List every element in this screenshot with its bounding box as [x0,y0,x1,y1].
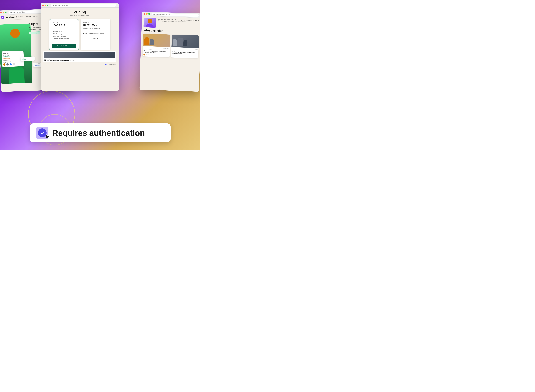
dot-6 [52,41,52,42]
dot-r2 [83,31,84,31]
person-head [10,29,20,38]
avatar-add[interactable]: + [13,63,15,65]
auth-text: Requires authentication [52,129,145,137]
feature-3: Unlimited storage space [52,33,76,35]
time-mgmt-title: Mastering time management: Tips and stra… [44,60,115,61]
browser-chrome-middle: teamsync-stark.webflow.io [41,3,119,8]
dot-yellow-r [146,13,147,14]
meeting-person-2 [177,37,183,46]
pricing-card-left: Enterprise Reach out Limited to 10 teamm… [49,19,79,50]
person-image-right [143,18,156,28]
article-card-meetings: Meetings March Maximizing Productivity: … [171,35,199,58]
logo-text: TeamSync [4,16,14,19]
nav-enterprise[interactable]: Enterprise [24,16,31,17]
browser-content-right: Stay organized and on track with powerfu… [139,16,200,92]
latest-articles-title-span: latest articles [143,28,163,33]
latest-articles-title: latest articles [143,28,199,34]
webflow-text: Made in Webflow [108,64,116,65]
articles-header-text: Stay organized and on track with powerfu… [158,18,200,28]
article-image-collab [143,34,170,47]
dot-5 [52,38,52,39]
try-teamsync-button[interactable]: Try TeamSync [29,31,40,34]
task-board-title: Leadership Demo [3,52,22,54]
auth-card: Requires authentication [30,123,170,142]
browser-window-right: teamsync-stark.webflow.io Stay organized… [139,12,200,92]
article-category-meetings: Meetings [172,49,177,51]
author-avatar-collab [143,54,145,56]
article-card-collab: Collaboration Feb 10, 2023 The Power of … [142,34,170,57]
review-tag: ⟳ Review [35,65,40,66]
card-left-label: Enterprise [52,22,76,23]
meetings-illustration [171,35,199,48]
pricing-cards: Enterprise Reach out Limited to 10 teamm… [43,19,116,50]
article-category-collab: Collaboration [144,48,152,50]
tag-todo: ⏱ To be done [3,58,10,59]
browser-content-middle: Pricing fits all of your needs and more.… [41,8,119,91]
avatar-row: + [3,63,23,66]
article-body-meetings: Meetings March Maximizing Productivity: … [171,47,199,56]
url-text-middle: teamsync-stark.webflow.io [52,5,68,6]
card-right-label: Enterprise [83,21,108,23]
webflow-badge: Made in Webflow [43,64,116,65]
webflow-icon [105,64,107,65]
screenshots-area: teamsync-stark.webflow.io TeamSync Resou… [0,0,200,116]
reachout-button[interactable]: Reach out [83,37,108,40]
person-avatar [147,19,152,23]
feature-r2: Premium support [83,30,108,32]
access-analytics-text: Access to advanced analytics [53,38,69,40]
person-body-right [146,23,154,28]
url-text-right: teamsync-stark.webflow.io [153,13,170,15]
time-mgmt-card: Jun 22, 2023 Mastering time management: … [43,51,116,62]
cursor-shape [45,134,50,140]
article-date-meetings: March [195,49,198,50]
nav-features[interactable]: Features [33,15,38,17]
feature-4: Customized integrations [52,36,76,37]
subscribe-button[interactable]: Subscribe for $20/month [52,44,76,47]
feature-5: Access to advanced analytics [52,38,76,40]
person-body [8,64,24,84]
browser-url-middle: teamsync-stark.webflow.io [51,4,116,7]
article-image-meetings [171,35,199,48]
dot-green-m [47,5,48,6]
pricing-subtitle: fits all of your needs and more. [43,15,116,17]
dot-4 [52,36,52,37]
tag-ideas-qa: Ideas and QA [3,56,10,57]
url-text-left: teamsync-stark.webflow.io [10,11,26,13]
dot-3 [52,34,52,34]
pricing-title: Pricing [43,10,116,14]
dot-r3 [83,33,84,34]
article-author-collab: Rita Verna [143,54,169,56]
dot-1 [52,29,52,29]
browser-url-right: teamsync-stark.webflow.io [152,13,199,17]
meeting-person-1 [173,39,177,46]
check-icon [40,130,45,135]
avatar-1 [3,63,5,66]
dot-yellow [3,12,4,13]
nav-resources[interactable]: Resources [16,16,23,18]
article-title-meetings: Maximizing Productivity: How to Make You… [172,51,197,55]
card-left-title: Reach out [52,23,76,27]
feature-6: Access to beta features [52,40,76,42]
dot-green-r [148,13,150,14]
project-briefing-card: Project Briefing ✓ Done [20,56,35,61]
author-name-collab: Rita Verna [146,54,150,55]
dot-r1 [83,28,84,29]
feature-r1: Access to all of Pro features [83,28,108,29]
article-title-collab: The Power of Collaboration: Why Working … [144,50,169,54]
dot-red-m [42,5,44,6]
dot-2 [52,31,52,32]
time-mgmt-image [44,52,115,58]
feature-r3: Access to early bird feature releases [83,33,108,34]
dot-red-r [144,13,145,14]
person-1 [144,37,149,45]
time-mgmt-section: Jun 22, 2023 Mastering time management: … [43,51,116,62]
feature-2: Unlimited teams [52,31,76,32]
card-right-title: Reach out [83,23,108,26]
done-tag: ✓ Done [22,59,26,60]
avatar-2 [6,63,9,65]
person-2 [149,39,154,45]
article-body-collab: Collaboration Feb 10, 2023 The Power of … [142,46,170,57]
teamsync-logo: TeamSync [1,16,14,19]
article-cards: Collaboration Feb 10, 2023 The Power of … [142,34,199,58]
dot-red [0,12,2,14]
